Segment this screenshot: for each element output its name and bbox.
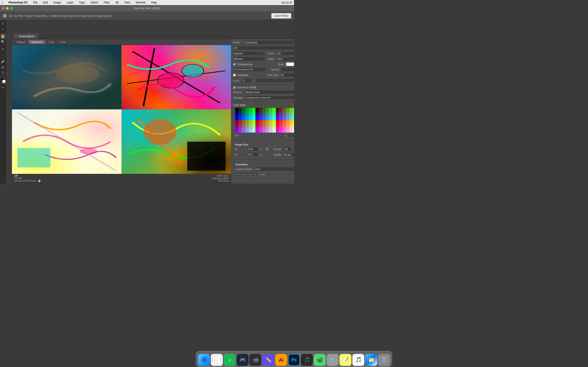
menu-layer[interactable]: Layer <box>66 1 74 4</box>
tool-move[interactable]: ⤢ <box>0 27 6 32</box>
color-cell[interactable] <box>289 120 293 122</box>
color-cell[interactable] <box>235 108 239 110</box>
color-cell[interactable] <box>289 128 293 131</box>
color-cell[interactable] <box>286 128 289 131</box>
color-cell[interactable] <box>293 112 294 114</box>
color-cell[interactable] <box>266 116 269 118</box>
color-cell[interactable] <box>266 118 269 120</box>
color-cell[interactable] <box>249 124 252 126</box>
color-cell[interactable] <box>262 124 266 126</box>
color-cell[interactable] <box>279 120 283 122</box>
color-cell[interactable] <box>255 128 259 131</box>
color-cell[interactable] <box>245 131 249 133</box>
color-cell[interactable] <box>245 108 249 110</box>
color-cell[interactable] <box>249 131 252 133</box>
preview-select[interactable]: Monitor Color <box>245 90 294 94</box>
dither-select[interactable]: Diffusion <box>233 57 265 61</box>
color-cell[interactable] <box>245 114 249 116</box>
color-cell[interactable] <box>252 122 256 124</box>
color-cell[interactable] <box>235 126 239 128</box>
color-cell[interactable] <box>245 124 249 126</box>
color-cell[interactable] <box>255 114 259 116</box>
color-cell[interactable] <box>289 131 293 133</box>
color-cell[interactable] <box>262 128 266 131</box>
color-cell[interactable] <box>283 120 286 122</box>
color-cell[interactable] <box>255 116 259 118</box>
file-tab[interactable]: × lambsingleart- <box>14 34 38 39</box>
color-cell[interactable] <box>272 122 276 124</box>
menu-help[interactable]: Help <box>150 1 158 4</box>
menu-select[interactable]: Select <box>90 1 99 4</box>
color-cell[interactable] <box>235 124 239 126</box>
color-cell[interactable] <box>279 112 283 114</box>
menu-3d[interactable]: 3D <box>114 1 120 4</box>
color-cell[interactable] <box>276 110 279 112</box>
color-cell[interactable] <box>279 116 283 118</box>
color-cell[interactable] <box>269 112 272 114</box>
window-max-btn[interactable] <box>10 7 13 10</box>
palette-select[interactable]: Selective <box>233 51 265 56</box>
color-cell[interactable] <box>242 112 245 114</box>
color-cell[interactable] <box>255 108 259 110</box>
color-cell[interactable] <box>249 108 252 110</box>
color-table-list-icon[interactable]: ≡ <box>291 103 294 107</box>
color-cell[interactable] <box>289 122 293 124</box>
color-cell[interactable] <box>269 110 272 112</box>
color-cell[interactable] <box>289 124 293 126</box>
color-cell[interactable] <box>293 120 294 122</box>
menu-file[interactable]: File <box>32 1 38 4</box>
color-cell[interactable] <box>249 110 252 112</box>
color-cell[interactable] <box>279 126 283 128</box>
color-cell[interactable] <box>283 128 286 131</box>
color-cell[interactable] <box>239 126 242 128</box>
color-cell[interactable] <box>266 114 269 116</box>
color-cell[interactable] <box>259 124 262 126</box>
color-cell[interactable] <box>259 120 262 122</box>
color-cell[interactable] <box>235 110 239 112</box>
color-cell[interactable] <box>286 118 289 120</box>
color-cell[interactable] <box>239 128 242 131</box>
tool-paint[interactable]: 🖌 <box>0 65 6 69</box>
color-cell[interactable] <box>259 110 262 112</box>
view-tab-original[interactable]: Original <box>14 40 28 44</box>
color-cell[interactable] <box>255 118 259 120</box>
color-cell[interactable] <box>249 126 252 128</box>
color-cell[interactable] <box>293 114 294 116</box>
color-cell[interactable] <box>269 131 272 133</box>
tool-text[interactable]: T <box>0 21 6 26</box>
menu-window[interactable]: Window <box>135 1 147 4</box>
color-cell[interactable] <box>262 126 266 128</box>
color-cell[interactable] <box>279 128 283 131</box>
color-cell[interactable] <box>272 124 276 126</box>
color-cell[interactable] <box>266 122 269 124</box>
no-transp-dither-select[interactable]: No Transparency Dit... <box>233 67 267 72</box>
color-cell[interactable] <box>255 112 259 114</box>
view-tab-optimized[interactable]: Optimized <box>28 40 45 44</box>
color-cell[interactable] <box>283 110 286 112</box>
color-cell[interactable] <box>279 122 283 124</box>
color-cell[interactable] <box>286 124 289 126</box>
tool-select-slice[interactable]: ⬚ <box>0 52 6 57</box>
colors-select[interactable]: 256 <box>276 51 294 56</box>
ct-delete-icon[interactable]: 🗑 <box>293 134 294 137</box>
color-cell[interactable] <box>272 128 276 131</box>
color-cell[interactable] <box>283 124 286 126</box>
tab-close-icon[interactable]: × <box>17 35 18 38</box>
color-cell[interactable] <box>272 126 276 128</box>
color-cell[interactable] <box>269 122 272 124</box>
color-cell[interactable] <box>259 112 262 114</box>
color-cell[interactable] <box>269 108 272 110</box>
color-cell[interactable] <box>249 116 252 118</box>
color-cell[interactable] <box>266 124 269 126</box>
color-cell[interactable] <box>239 114 242 116</box>
color-cell[interactable] <box>245 118 249 120</box>
color-cell[interactable] <box>235 122 239 124</box>
color-cell[interactable] <box>239 116 242 118</box>
color-cell[interactable] <box>283 114 286 116</box>
color-cell[interactable] <box>289 110 293 112</box>
color-cell[interactable] <box>249 128 252 131</box>
color-cell[interactable] <box>259 126 262 128</box>
color-cell[interactable] <box>255 124 259 126</box>
format-select[interactable]: GIF <box>233 46 294 50</box>
menu-filter[interactable]: Filter <box>103 1 111 4</box>
